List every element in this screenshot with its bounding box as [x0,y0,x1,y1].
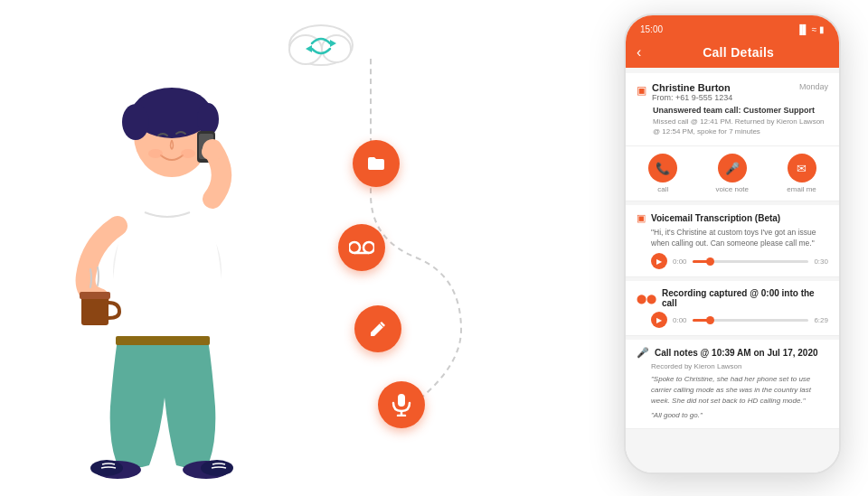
page-title: Call Details [648,45,828,60]
back-button[interactable]: ‹ [637,44,641,61]
recording-section-icon: ⬤⬤ [637,294,656,304]
status-icons: ▐▌ ≈ ▮ [797,24,825,34]
call-card: ▣ Christine Burton From: +61 9-555 1234 … [626,73,839,146]
voicemail-start-time: 0:00 [673,257,687,266]
status-time: 15:00 [640,24,663,34]
recording-title: Recording captured @ 0:00 into the call [662,288,828,308]
svg-point-21 [201,460,233,476]
microphone-feature-circle [378,381,425,428]
recording-start-time: 0:00 [673,316,687,324]
svg-rect-17 [116,336,210,345]
svg-point-23 [363,242,374,253]
svg-point-19 [90,460,123,476]
voicemail-progress-bar[interactable] [693,260,809,263]
pencil-feature-circle [354,305,401,352]
notes-text-2: "All good to go." [651,410,828,421]
person-illustration [27,18,307,479]
svg-point-10 [148,149,163,158]
notes-text-1: "Spoke to Christine, she had her phone s… [651,374,828,407]
call-note: Missed call @ 12:41 PM. Returned by Kier… [653,117,828,136]
recording-player[interactable]: ▶ 0:00 6:29 [651,312,828,328]
caller-icon: ▣ [637,84,646,97]
svg-point-22 [349,242,360,253]
svg-point-8 [122,104,149,140]
email-label: email me [787,185,816,193]
svg-rect-26 [398,394,405,407]
voicemail-play-button[interactable]: ▶ [651,253,667,269]
voicemail-feature-circle [338,224,385,271]
voice-note-icon[interactable]: 🎤 [718,154,747,182]
recording-end-time: 6:29 [814,316,828,324]
call-date: Monday [799,82,828,91]
illustration-area [0,0,470,496]
voicemail-end-time: 0:30 [814,257,828,266]
voicemail-title: Voicemail Transcription (Beta) [651,213,780,223]
call-label: call [657,185,668,193]
recording-section: ⬤⬤ Recording captured @ 0:00 into the ca… [626,281,839,336]
notes-recorded-by: Recorded by Kieron Lawson [651,362,828,370]
email-icon[interactable]: ✉ [788,154,816,182]
svg-point-9 [197,103,219,136]
folder-feature-circle [353,140,400,187]
call-action[interactable]: 📞 call [648,154,677,193]
svg-point-14 [202,143,223,161]
voicemail-section: ▣ Voicemail Transcription (Beta) "Hi, it… [626,205,839,277]
svg-point-11 [181,149,195,158]
phone-mockup: 15:00 ▐▌ ≈ ▮ ‹ Call Details ▣ Christine … [624,14,841,474]
recording-progress-bar[interactable] [693,319,809,322]
svg-rect-16 [80,292,110,299]
call-description: Unanswered team call: Customer Support [653,106,828,115]
notes-title: Call notes @ 10:39 AM on Jul 17, 2020 [655,348,818,358]
caller-name: Christine Burton [652,82,732,93]
status-bar: 15:00 ▐▌ ≈ ▮ [626,15,839,37]
caller-number: From: +61 9-555 1234 [652,93,732,102]
email-action[interactable]: ✉ email me [787,154,816,193]
action-row: 📞 call 🎤 voice note ✉ email me [626,146,839,201]
phone-content[interactable]: ▣ Christine Burton From: +61 9-555 1234 … [626,68,839,473]
recording-play-button[interactable]: ▶ [651,312,667,328]
notes-section-icon: 🎤 [637,347,649,359]
voice-note-label: voice note [716,185,749,193]
voicemail-section-icon: ▣ [637,212,646,224]
notes-section: 🎤 Call notes @ 10:39 AM on Jul 17, 2020 … [626,340,839,429]
call-icon[interactable]: 📞 [648,154,677,182]
voice-note-action[interactable]: 🎤 voice note [716,154,749,193]
phone-header: ‹ Call Details [626,37,839,68]
voicemail-text: "Hi, it's Christine at custom toys I've … [651,228,828,249]
voicemail-player[interactable]: ▶ 0:00 0:30 [651,253,828,269]
